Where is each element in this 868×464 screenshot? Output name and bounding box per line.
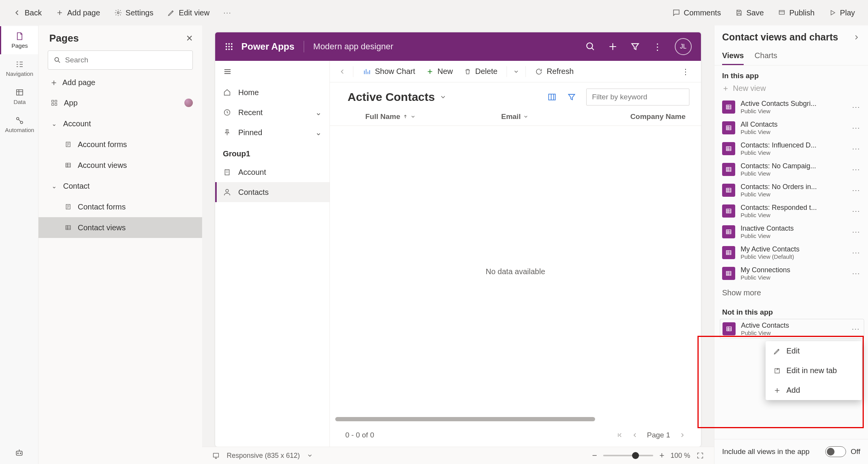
chevron-down-icon[interactable] [307, 452, 313, 459]
view-list-item[interactable]: Contacts: No Campaig...Public View··· [720, 159, 864, 180]
next-page-icon[interactable] [679, 432, 686, 439]
svg-rect-1 [779, 10, 784, 14]
rail-automation[interactable]: Automation [0, 111, 38, 139]
pages-search[interactable] [48, 50, 193, 70]
view-item-more[interactable]: ··· [851, 166, 862, 174]
cb-back-button[interactable] [337, 68, 348, 75]
view-list-item[interactable]: All ContactsPublic View··· [720, 117, 864, 138]
play-button[interactable]: Play [823, 5, 860, 20]
tree-contact-views[interactable]: Contact views [38, 217, 202, 238]
settings-button[interactable]: Settings [109, 5, 159, 20]
cm-edit-new-tab[interactable]: Edit in new tab [766, 361, 862, 380]
col-company[interactable]: Company Name [598, 112, 701, 121]
close-panel-button[interactable]: ✕ [186, 34, 193, 44]
svg-point-18 [228, 43, 230, 45]
zoom-slider[interactable] [603, 455, 653, 456]
svg-rect-12 [55, 104, 57, 106]
view-list-item[interactable]: Inactive ContactsPublic View··· [720, 221, 864, 242]
cm-edit[interactable]: Edit [766, 341, 862, 361]
view-list-item[interactable]: Active ContactsPublic View··· [720, 319, 864, 339]
view-list-item[interactable]: Contacts: Influenced D...Public View··· [720, 138, 864, 159]
nav-recent[interactable]: Recent ⌄ [215, 102, 329, 122]
tree-contact[interactable]: ⌄ Contact [38, 176, 202, 196]
view-list-item[interactable]: My Active ContactsPublic View (Default)·… [720, 242, 864, 263]
zoom-in-button[interactable]: + [659, 451, 664, 461]
edit-view-button[interactable]: Edit view [162, 5, 215, 20]
prev-page-icon[interactable] [632, 432, 639, 439]
nav-home[interactable]: Home [215, 82, 329, 102]
show-chart-button[interactable]: Show Chart [358, 64, 420, 79]
chevron-down-icon[interactable]: ⌄ [50, 120, 58, 127]
waffle-icon[interactable] [224, 42, 234, 51]
view-item-more[interactable]: ··· [851, 186, 862, 194]
rail-pages[interactable]: Pages [0, 26, 38, 54]
responsive-label[interactable]: Responsive (835 x 612) [227, 452, 300, 460]
nav-pinned[interactable]: Pinned ⌄ [215, 122, 329, 142]
view-item-more[interactable]: ··· [851, 249, 862, 257]
tree-app[interactable]: App [38, 92, 202, 113]
svg-rect-40 [726, 271, 731, 276]
col-email[interactable]: Email [501, 112, 598, 121]
back-button[interactable]: Back [8, 5, 47, 20]
rail-bot-button[interactable] [0, 442, 38, 464]
chevron-down-icon[interactable]: ⌄ [315, 108, 322, 117]
fit-screen-icon[interactable] [696, 452, 704, 459]
delete-dropdown[interactable] [512, 65, 521, 78]
first-page-icon[interactable] [616, 432, 623, 439]
delete-button[interactable]: Delete [459, 64, 502, 79]
nav-account[interactable]: Account [215, 162, 329, 182]
view-item-more[interactable]: ··· [851, 228, 862, 236]
view-item-more[interactable]: ··· [851, 145, 862, 153]
save-button[interactable]: Save [729, 5, 769, 20]
filter-icon[interactable] [567, 92, 576, 102]
rail-navigation[interactable]: Navigation [0, 54, 38, 82]
search-icon[interactable] [585, 42, 595, 52]
comments-button[interactable]: Comments [667, 5, 726, 20]
chevron-down-icon[interactable]: ⌄ [315, 128, 322, 137]
chevron-right-icon[interactable] [853, 34, 860, 41]
user-avatar[interactable]: JL [675, 38, 692, 55]
hamburger-icon[interactable] [223, 67, 232, 76]
view-item-more[interactable]: ··· [851, 103, 862, 111]
horizontal-scrollbar[interactable] [335, 417, 595, 421]
back-arrow-icon [13, 8, 22, 17]
plus-icon[interactable] [608, 42, 618, 52]
new-button[interactable]: New [421, 64, 458, 79]
view-title[interactable]: Active Contacts [348, 90, 447, 104]
filter-keyword-input[interactable] [586, 89, 689, 106]
view-item-more[interactable]: ··· [851, 207, 862, 215]
view-item-more[interactable]: ··· [851, 124, 862, 132]
include-all-toggle[interactable] [825, 446, 846, 457]
add-page-tree-button[interactable]: Add page [38, 74, 202, 92]
publish-button[interactable]: Publish [772, 5, 820, 20]
tab-views[interactable]: Views [722, 48, 744, 65]
rail-data[interactable]: Data [0, 82, 38, 111]
add-page-button[interactable]: Add page [50, 5, 105, 20]
device-icon[interactable] [212, 452, 220, 459]
more-button[interactable]: ··· [218, 6, 237, 20]
cb-more-button[interactable]: ⋮ [677, 64, 694, 79]
zoom-out-button[interactable]: − [592, 451, 597, 461]
show-more-button[interactable]: Show more [714, 284, 868, 302]
tree-account-views[interactable]: Account views [38, 155, 202, 176]
tab-charts[interactable]: Charts [754, 48, 777, 65]
col-fullname[interactable]: Full Name [365, 112, 501, 121]
cm-add[interactable]: Add [766, 380, 862, 400]
more-vertical-icon[interactable]: ⋮ [652, 42, 662, 52]
nav-contacts[interactable]: Contacts [215, 182, 329, 202]
view-list-item[interactable]: My ConnectionsPublic View··· [720, 263, 864, 284]
tree-contact-forms[interactable]: Contact forms [38, 196, 202, 217]
view-item-more[interactable]: ··· [850, 325, 861, 333]
view-list-item[interactable]: Contacts: No Orders in...Public View··· [720, 180, 864, 201]
view-list-item[interactable]: Contacts: Responded t...Public View··· [720, 201, 864, 221]
chevron-down-icon[interactable]: ⌄ [50, 183, 58, 190]
tree-account-forms[interactable]: Account forms [38, 134, 202, 155]
new-view-button[interactable]: New view [714, 82, 868, 97]
view-list-item[interactable]: Active Contacts Subgri...Public View··· [720, 97, 864, 117]
tree-account[interactable]: ⌄ Account [38, 113, 202, 134]
pages-search-input[interactable] [65, 56, 187, 64]
view-item-more[interactable]: ··· [851, 270, 862, 278]
filter-icon[interactable] [630, 42, 640, 52]
edit-columns-icon[interactable] [547, 92, 557, 102]
refresh-button[interactable]: Refresh [530, 64, 578, 79]
